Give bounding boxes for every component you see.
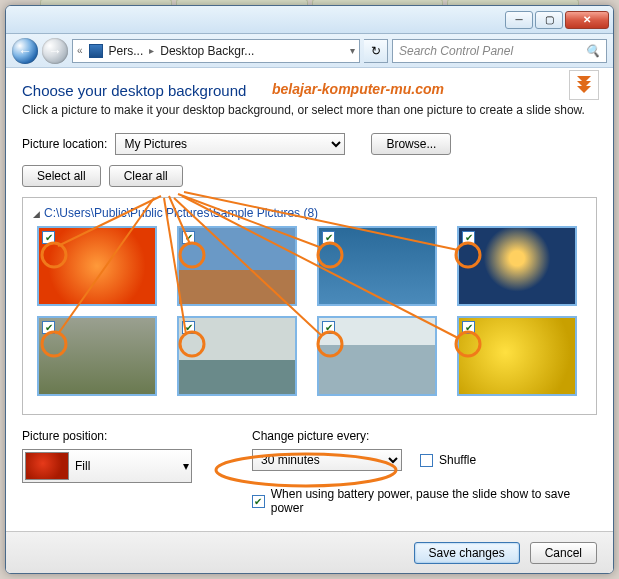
address-bar-row: ← → « Pers... ▸ Desktop Backgr... ▾ ↻ Se… <box>6 34 613 68</box>
minimize-button[interactable]: ─ <box>505 11 533 29</box>
search-placeholder: Search Control Panel <box>399 44 513 58</box>
thumbnail-checkbox[interactable]: ✔ <box>462 231 475 244</box>
footer-controls: Picture position: Fill ▾ Change picture … <box>22 429 597 515</box>
selection-buttons-row: Select all Clear all <box>22 165 597 187</box>
picture-location-select[interactable]: My Pictures <box>115 133 345 155</box>
breadcrumb-root-chevron: « <box>77 45 83 56</box>
save-changes-button[interactable]: Save changes <box>414 542 520 564</box>
overlay-triangles-icon <box>569 70 599 100</box>
group-header[interactable]: ◢C:\Users\Public\Public Pictures\Sample … <box>33 206 588 220</box>
picture-thumbnail[interactable]: ✔ <box>37 226 157 306</box>
thumbnail-grid: ✔ ✔ ✔ ✔ ✔ ✔ ✔ ✔ <box>31 226 588 396</box>
change-every-label: Change picture every: <box>252 429 597 443</box>
picture-thumbnail[interactable]: ✔ <box>317 316 437 396</box>
picture-location-row: Picture location: My Pictures Browse... <box>22 133 597 155</box>
picture-gallery[interactable]: ◢C:\Users\Public\Public Pictures\Sample … <box>22 197 597 415</box>
picture-position-label: Picture position: <box>22 429 192 443</box>
picture-thumbnail[interactable]: ✔ <box>37 316 157 396</box>
select-all-button[interactable]: Select all <box>22 165 101 187</box>
refresh-button[interactable]: ↻ <box>364 39 388 63</box>
picture-thumbnail[interactable]: ✔ <box>177 226 297 306</box>
position-preview-icon <box>25 452 69 480</box>
change-interval-select[interactable]: 30 minutes <box>252 449 402 471</box>
watermark-text: belajar-komputer-mu.com <box>272 81 614 97</box>
picture-position-select[interactable]: Fill ▾ <box>22 449 192 483</box>
battery-checkbox[interactable]: ✔ <box>252 495 265 508</box>
picture-thumbnail[interactable]: ✔ <box>457 226 577 306</box>
control-panel-window: ─ ▢ ✕ ← → « Pers... ▸ Desktop Backgr... … <box>5 5 614 574</box>
close-button[interactable]: ✕ <box>565 11 609 29</box>
search-icon: 🔍 <box>585 44 600 58</box>
content-area: Choose your desktop background belajar-k… <box>6 68 613 573</box>
picture-thumbnail[interactable]: ✔ <box>177 316 297 396</box>
breadcrumb-bar[interactable]: « Pers... ▸ Desktop Backgr... ▾ <box>72 39 360 63</box>
thumbnail-checkbox[interactable]: ✔ <box>322 321 335 334</box>
picture-location-label: Picture location: <box>22 137 107 151</box>
title-bar: ─ ▢ ✕ <box>6 6 613 34</box>
cancel-button[interactable]: Cancel <box>530 542 597 564</box>
browse-button[interactable]: Browse... <box>371 133 451 155</box>
personalization-icon <box>89 44 103 58</box>
clear-all-button[interactable]: Clear all <box>109 165 183 187</box>
collapse-triangle-icon: ◢ <box>33 209 40 219</box>
thumbnail-checkbox[interactable]: ✔ <box>182 231 195 244</box>
shuffle-checkbox[interactable] <box>420 454 433 467</box>
address-dropdown[interactable]: ▾ <box>350 40 355 62</box>
thumbnail-checkbox[interactable]: ✔ <box>462 321 475 334</box>
breadcrumb-item[interactable]: Pers... <box>109 44 144 58</box>
maximize-button[interactable]: ▢ <box>535 11 563 29</box>
chevron-down-icon: ▾ <box>183 459 189 473</box>
page-subtitle: Click a picture to make it your desktop … <box>22 103 597 117</box>
breadcrumb-item[interactable]: Desktop Backgr... <box>160 44 254 58</box>
thumbnail-checkbox[interactable]: ✔ <box>182 321 195 334</box>
search-input[interactable]: Search Control Panel 🔍 <box>392 39 607 63</box>
picture-thumbnail[interactable]: ✔ <box>317 226 437 306</box>
battery-option[interactable]: ✔ When using battery power, pause the sl… <box>252 487 597 515</box>
thumbnail-checkbox[interactable]: ✔ <box>322 231 335 244</box>
nav-back-button[interactable]: ← <box>12 38 38 64</box>
shuffle-option[interactable]: Shuffle <box>420 453 476 467</box>
thumbnail-checkbox[interactable]: ✔ <box>42 231 55 244</box>
bottom-action-bar: Save changes Cancel <box>6 531 613 573</box>
chevron-right-icon: ▸ <box>149 45 154 56</box>
thumbnail-checkbox[interactable]: ✔ <box>42 321 55 334</box>
picture-thumbnail[interactable]: ✔ <box>457 316 577 396</box>
nav-forward-button[interactable]: → <box>42 38 68 64</box>
